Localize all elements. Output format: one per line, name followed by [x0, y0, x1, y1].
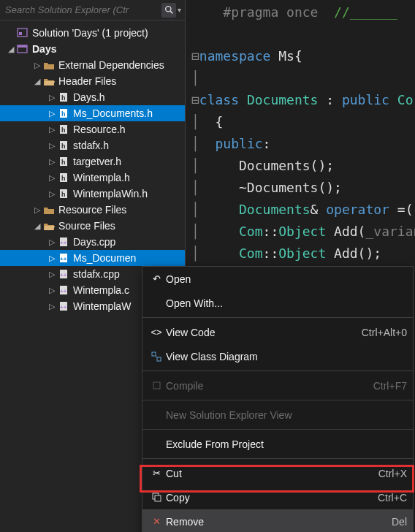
svg-rect-2: [18, 28, 27, 37]
file-label: Wintempla.h: [73, 172, 130, 183]
svg-text:h: h: [61, 191, 66, 198]
expand-icon[interactable]: ▷: [47, 124, 57, 134]
tree-item[interactable]: ▷hWintemplaWin.h: [0, 186, 185, 202]
menu-label: View Class Diagram: [166, 351, 407, 362]
menu-shortcut: Del: [392, 516, 407, 528]
menu-label: Exclude From Project: [166, 438, 407, 450]
expand-icon[interactable]: ▷: [47, 92, 57, 102]
expand-icon[interactable]: ▷: [32, 205, 42, 215]
menu-classdiagram[interactable]: View Class Diagram: [142, 344, 413, 368]
expand-icon[interactable]: ▷: [47, 172, 57, 183]
file-label: Days.cpp: [73, 236, 115, 248]
cpp-file-icon: ++: [57, 268, 70, 280]
expand-icon[interactable]: ▷: [47, 253, 57, 263]
tree-item[interactable]: ▷hDays.h: [0, 89, 185, 105]
svg-text:++: ++: [60, 288, 67, 294]
cpp-file-icon: ++: [57, 300, 70, 312]
menu-openwith[interactable]: Open With...: [142, 291, 413, 315]
solution-icon: [16, 27, 29, 39]
expand-icon[interactable]: ▷: [32, 60, 42, 70]
svg-rect-31: [157, 357, 161, 361]
menu-viewcode[interactable]: <>View CodeCtrl+Alt+0: [142, 320, 413, 344]
tree-project[interactable]: ◢ Days: [0, 41, 185, 57]
collapse-icon[interactable]: ◢: [6, 44, 16, 54]
t: ::: [263, 246, 279, 261]
menu-remove[interactable]: ✕RemoveDel: [142, 509, 413, 532]
expand-icon[interactable]: ▷: [47, 237, 57, 247]
t: once: [278, 4, 334, 20]
svg-rect-5: [18, 45, 27, 48]
tree-resourcefiles[interactable]: ▷ Resource Files: [0, 202, 185, 218]
tree-headerfiles[interactable]: ◢ Header Files: [0, 73, 185, 89]
menu-label: Open: [166, 273, 407, 285]
dropdown-icon[interactable]: ▾: [178, 6, 181, 14]
svg-text:++: ++: [60, 240, 67, 246]
menu-copy[interactable]: CopyCtrl+C: [142, 485, 413, 509]
menu-shortcut: Ctrl+Alt+0: [362, 327, 407, 338]
item-label: Resource Files: [58, 204, 126, 216]
code-line: │ Com::Object Add();: [191, 243, 415, 265]
code-line: [191, 23, 415, 45]
menu-open[interactable]: ↶Open: [142, 267, 413, 291]
code-line: │ Documents();: [191, 155, 415, 177]
tree-item[interactable]: ▷hWintempla.h: [0, 170, 185, 186]
svg-rect-30: [152, 352, 156, 356]
tree-externaldeps[interactable]: ▷ External Dependencies: [0, 57, 185, 73]
svg-text:++: ++: [60, 256, 67, 262]
menu-separator: [142, 400, 413, 400]
t: //______: [334, 4, 397, 20]
expand-icon[interactable]: ▷: [47, 189, 57, 199]
svg-rect-3: [19, 32, 22, 35]
search-input[interactable]: [4, 3, 161, 17]
expand-icon[interactable]: ▷: [47, 108, 57, 118]
t: ::: [263, 224, 279, 239]
expand-icon[interactable]: ▷: [47, 156, 57, 167]
collapse-icon[interactable]: ◢: [32, 76, 42, 86]
file-label: WintemplaWin.h: [73, 188, 148, 200]
menu-exclude[interactable]: Exclude From Project: [142, 432, 413, 456]
menu-separator: [142, 370, 413, 371]
expand-icon[interactable]: ▷: [47, 269, 57, 279]
file-label: WintemplaW: [73, 300, 131, 312]
tree-sourcefiles[interactable]: ◢ Source Files: [0, 218, 185, 234]
code-line: │: [191, 67, 415, 89]
t: class: [199, 92, 247, 107]
t: Ms: [278, 48, 294, 64]
h-file-icon: h: [57, 156, 70, 167]
tree-item[interactable]: ▷++Days.cpp: [0, 234, 185, 250]
svg-line-32: [156, 356, 157, 357]
cpp-file-icon: ++: [57, 236, 70, 248]
collapse-icon[interactable]: ◢: [32, 221, 42, 231]
menu-label: Open With...: [166, 297, 407, 309]
tree-solution[interactable]: ▶ Solution 'Days' (1 project): [0, 25, 185, 41]
expand-icon[interactable]: ▷: [47, 285, 57, 295]
t: {: [294, 48, 302, 64]
h-file-icon: h: [57, 91, 70, 103]
svg-text:++: ++: [60, 272, 67, 278]
tree-item[interactable]: ▷hResource.h: [0, 121, 185, 137]
menu-cut[interactable]: ✂CutCtrl+X: [142, 461, 413, 485]
tree-item-selected[interactable]: ▷++Ms_Documen: [0, 250, 185, 266]
tree-item-selected[interactable]: ▷hMs_Documents.h: [0, 105, 185, 121]
t: :: [263, 136, 271, 151]
search-icon[interactable]: [161, 3, 176, 18]
h-file-icon: h: [57, 172, 70, 183]
tree-item[interactable]: ▷htargetver.h: [0, 153, 185, 170]
code-line: ⊟class Documents : public Co: [191, 89, 415, 111]
menu-label: New Solution Explorer View: [166, 409, 407, 421]
t: {: [216, 114, 224, 129]
t: operator: [326, 202, 397, 217]
expand-icon[interactable]: ▷: [47, 301, 57, 311]
svg-text:h: h: [61, 110, 66, 118]
tree-item[interactable]: ▷hstdafx.h: [0, 137, 185, 153]
menu-newview: New Solution Explorer View: [142, 403, 413, 427]
expand-icon[interactable]: ▷: [47, 140, 57, 151]
menu-label: View Code: [166, 327, 362, 338]
delete-icon: ✕: [147, 516, 166, 527]
svg-text:h: h: [61, 175, 66, 182]
file-label: Ms_Documen: [73, 252, 136, 264]
file-label: stdafx.cpp: [73, 268, 120, 280]
code-line: #pragma once //______: [191, 1, 415, 23]
solution-label: Solution 'Days' (1 project): [32, 27, 148, 39]
open-icon: ↶: [147, 273, 166, 284]
